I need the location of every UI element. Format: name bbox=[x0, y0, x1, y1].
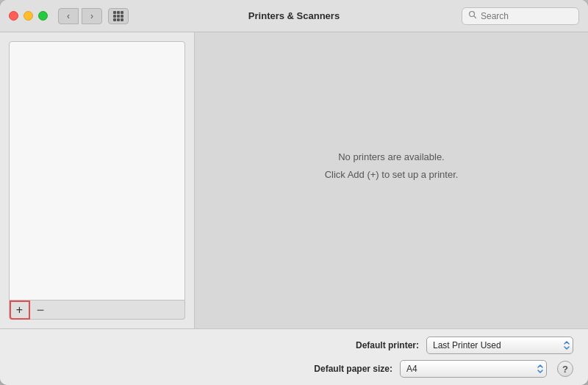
default-paper-select-wrapper: A4 Letter Legal A3 bbox=[400, 360, 547, 378]
minimize-button[interactable] bbox=[24, 11, 33, 21]
printers-scanners-window: ‹ › Printers & Scanners bbox=[0, 0, 588, 385]
no-printers-line1: No printers are available. bbox=[325, 148, 459, 165]
left-panel: + − bbox=[0, 32, 195, 328]
printer-list bbox=[9, 41, 185, 301]
svg-line-1 bbox=[474, 16, 476, 18]
help-button[interactable]: ? bbox=[557, 361, 573, 377]
default-printer-select-wrapper: Last Printer Used None bbox=[426, 337, 573, 354]
main-content: + − No printers are available. Click Add… bbox=[0, 32, 588, 328]
window-title: Printers & Scanners bbox=[248, 10, 340, 21]
default-printer-row: Default printer: Last Printer Used None bbox=[15, 337, 573, 354]
bottom-controls: Default printer: Last Printer Used None … bbox=[0, 328, 588, 385]
printer-list-controls: + − bbox=[9, 301, 185, 320]
default-printer-label: Default printer: bbox=[331, 340, 419, 350]
right-panel: No printers are available. Click Add (+)… bbox=[195, 32, 588, 328]
no-printers-line2: Click Add (+) to set up a printer. bbox=[325, 165, 459, 182]
close-button[interactable] bbox=[9, 11, 18, 21]
back-button[interactable]: ‹ bbox=[58, 8, 79, 24]
default-paper-label: Default paper size: bbox=[304, 364, 392, 374]
search-bar[interactable] bbox=[462, 7, 579, 25]
search-input[interactable] bbox=[481, 11, 569, 21]
no-printers-message: No printers are available. Click Add (+)… bbox=[325, 148, 459, 183]
grid-button[interactable] bbox=[108, 8, 129, 24]
default-paper-select[interactable]: A4 Letter Legal A3 bbox=[400, 360, 547, 378]
forward-button[interactable]: › bbox=[82, 8, 102, 24]
grid-icon bbox=[113, 11, 123, 21]
remove-printer-button[interactable]: − bbox=[30, 301, 51, 320]
default-paper-row: Default paper size: A4 Letter Legal A3 ? bbox=[15, 360, 573, 378]
traffic-lights bbox=[9, 11, 48, 21]
default-printer-select[interactable]: Last Printer Used None bbox=[426, 337, 573, 354]
titlebar: ‹ › Printers & Scanners bbox=[0, 0, 588, 32]
search-icon bbox=[468, 10, 477, 21]
maximize-button[interactable] bbox=[38, 11, 48, 21]
add-printer-button[interactable]: + bbox=[10, 301, 30, 320]
nav-buttons: ‹ › bbox=[58, 8, 102, 24]
